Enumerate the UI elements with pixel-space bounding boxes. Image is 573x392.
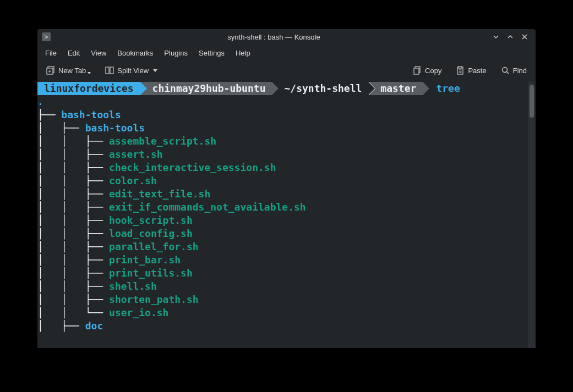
tree-entry: color.sh [109, 175, 157, 186]
chevron-down-icon[interactable] [153, 69, 157, 72]
tree-entry: shell.sh [109, 280, 157, 292]
svg-rect-7 [459, 67, 462, 68]
find-button[interactable]: Find [498, 64, 530, 77]
tree-entry: shorten_path.sh [109, 294, 199, 305]
tree-entry: bash-tools [85, 122, 145, 134]
tree-entry: print_bar.sh [109, 254, 181, 266]
paste-icon [456, 66, 465, 75]
app-icon [42, 32, 51, 41]
tree-line: │ │ ├── exit_if_commands_not_available.s… [37, 201, 528, 214]
tree-entry: bash-tools [61, 109, 121, 120]
tree-root: . [37, 95, 528, 108]
scrollbar[interactable] [528, 81, 536, 348]
menu-help[interactable]: Help [230, 47, 256, 59]
window-title: synth-shell : bash — Konsole [55, 33, 493, 41]
tree-entry: doc [85, 320, 103, 332]
tree-line: │ │ ├── shorten_path.sh [37, 293, 528, 306]
svg-rect-3 [110, 67, 113, 74]
tree-entry: hook_script.sh [109, 214, 193, 226]
titlebar[interactable]: synth-shell : bash — Konsole [37, 29, 536, 45]
tree-line: │ │ ├── assemble_script.sh [37, 135, 528, 148]
tree-line: │ │ ├── hook_script.sh [37, 214, 528, 227]
split-view-label: Split View [117, 67, 149, 75]
tree-entry: check_interactive_session.sh [109, 162, 276, 173]
tree-entry: load_config.sh [109, 228, 193, 239]
menu-view[interactable]: View [85, 47, 112, 59]
prompt-user: linuxfordevices [44, 82, 134, 94]
tree-entry: parallel_for.sh [109, 241, 199, 252]
prompt-branch-segment: master [368, 82, 423, 95]
paste-label: Paste [468, 67, 486, 75]
menu-file[interactable]: File [40, 47, 62, 59]
paste-button[interactable]: Paste [452, 64, 489, 77]
menu-edit[interactable]: Edit [62, 47, 85, 59]
tree-line: │ │ ├── shell.sh [37, 280, 528, 293]
svg-point-8 [502, 68, 507, 73]
menu-plugins[interactable]: Plugins [159, 47, 193, 59]
chevron-down-icon[interactable] [88, 72, 91, 74]
new-tab-label: New Tab [58, 67, 86, 75]
tree-line: │ ├── doc [37, 319, 528, 333]
tree-line: │ │ ├── edit_text_file.sh [37, 187, 528, 201]
copy-icon [413, 66, 422, 75]
tree-line: │ │ ├── assert.sh [37, 148, 528, 161]
tree-line: │ │ ├── parallel_for.sh [37, 240, 528, 253]
minimize-icon[interactable] [493, 34, 499, 40]
prompt-user-segment: linuxfordevices [37, 82, 140, 95]
svg-rect-2 [106, 67, 109, 74]
svg-rect-5 [414, 68, 419, 74]
prompt-line: linuxfordeviceschinmay29hub-ubuntu~/synt… [37, 82, 528, 95]
tree-line: ├── bash-tools [37, 108, 528, 122]
menubar: File Edit View Bookmarks Plugins Setting… [37, 45, 536, 62]
split-view-button[interactable]: Split View [102, 64, 161, 77]
tree-entry: user_io.sh [109, 307, 168, 318]
close-icon[interactable] [521, 34, 528, 40]
tree-entry: exit_if_commands_not_available.sh [109, 201, 306, 213]
tree-line: │ │ ├── color.sh [37, 174, 528, 187]
tree-entry: edit_text_file.sh [109, 188, 210, 200]
new-tab-button[interactable]: New Tab [43, 64, 94, 77]
tree-line: │ │ ├── load_config.sh [37, 227, 528, 240]
tree-entry: assert.sh [109, 148, 163, 160]
command-text: tree [436, 82, 460, 94]
prompt-branch: master [380, 82, 416, 94]
terminal-output[interactable]: linuxfordeviceschinmay29hub-ubuntu~/synt… [37, 81, 528, 348]
tree-line: │ │ ├── print_utils.sh [37, 267, 528, 280]
prompt-host: chinmay29hub-ubuntu [152, 82, 266, 94]
tree-line: │ ├── bash-tools [37, 122, 528, 135]
find-label: Find [513, 67, 527, 75]
copy-label: Copy [425, 67, 441, 75]
tree-entry: print_utils.sh [109, 267, 193, 279]
scrollbar-thumb[interactable] [530, 85, 534, 118]
tree-entry: assemble_script.sh [109, 135, 216, 147]
split-view-icon [105, 66, 114, 75]
search-icon [501, 66, 510, 75]
prompt-path-segment: ~/synth-shell [272, 82, 368, 95]
new-tab-icon [46, 66, 55, 75]
maximize-icon[interactable] [507, 34, 514, 40]
konsole-window: synth-shell : bash — Konsole File Edit V… [37, 29, 536, 348]
copy-button[interactable]: Copy [410, 64, 445, 77]
tree-line: │ │ ├── check_interactive_session.sh [37, 161, 528, 174]
prompt-host-segment: chinmay29hub-ubuntu [140, 82, 272, 95]
menu-settings[interactable]: Settings [193, 47, 230, 59]
tree-line: │ │ ├── print_bar.sh [37, 253, 528, 267]
menu-bookmarks[interactable]: Bookmarks [112, 47, 159, 59]
toolbar: New Tab Split View Copy Past [37, 62, 536, 81]
tree-line: │ │ └── user_io.sh [37, 306, 528, 319]
prompt-path: ~/synth-shell [284, 82, 362, 94]
